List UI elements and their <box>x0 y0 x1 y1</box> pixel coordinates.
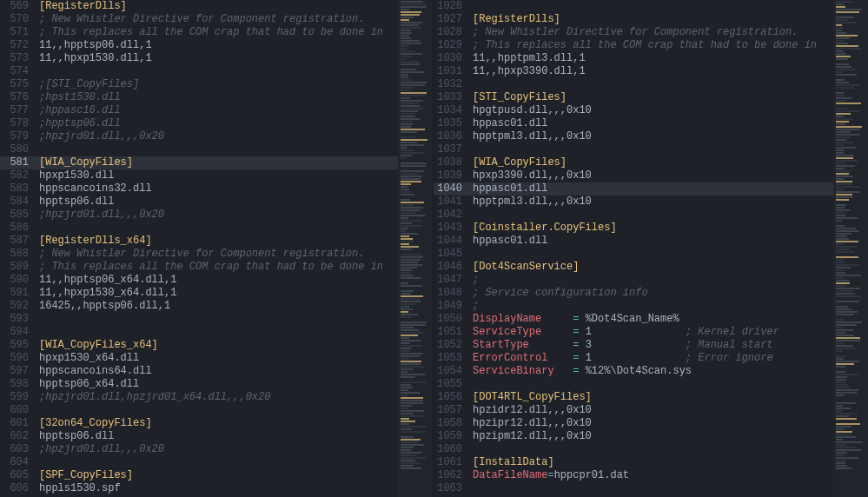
code-line[interactable]: 1055 <box>434 378 833 391</box>
code-content[interactable] <box>39 313 398 326</box>
code-line[interactable]: 597hppscancoins64.dll <box>0 365 398 378</box>
code-content[interactable]: ;hpzjrd01.dll,,,0x20 <box>39 443 398 456</box>
code-content[interactable]: [RegisterDlls_x64] <box>39 235 398 248</box>
code-line[interactable]: 1056[DOT4RTL_CopyFiles] <box>434 391 833 404</box>
code-content[interactable]: [STI_CopyFiles] <box>473 91 833 104</box>
code-content[interactable] <box>39 404 398 417</box>
code-line[interactable]: 1059hpzipm12.dll,,,0x10 <box>434 430 833 443</box>
code-line[interactable]: 579;hpzjrd01.dll,,,0x20 <box>0 130 398 143</box>
code-content[interactable]: ;hpptsp06.dll <box>39 117 398 130</box>
code-content[interactable] <box>39 222 398 235</box>
code-line[interactable]: 599;hpzjrd01.dll,hpzjrd01_x64.dll,,,0x20 <box>0 391 398 404</box>
code-content[interactable]: hpptsp06_x64.dll <box>39 378 398 391</box>
code-line[interactable]: 103011,,hpptpml3.dll,1 <box>434 52 833 65</box>
code-line[interactable]: 580 <box>0 143 398 156</box>
code-content[interactable]: ErrorControl = 1 ; Error ignore <box>473 352 833 365</box>
code-content[interactable]: 16425,,hpptsp06.dll,1 <box>39 300 398 313</box>
code-line[interactable]: 57311,,hpxp1530.dll,1 <box>0 52 398 65</box>
code-content[interactable]: ; This replaces all the COM crap that ha… <box>39 26 398 39</box>
code-line[interactable]: 1052StartType = 3 ; Manual start <box>434 339 833 352</box>
code-content[interactable]: [RegisterDlls] <box>473 13 833 26</box>
code-line[interactable]: 1041hpptpml3.dll,,,0x10 <box>434 195 833 209</box>
code-content[interactable] <box>473 209 833 222</box>
code-content[interactable] <box>39 143 398 156</box>
code-line[interactable]: 600 <box>0 404 398 417</box>
code-line[interactable]: 602hpptsp06.dll <box>0 430 398 443</box>
code-line[interactable]: 585;hpzjrd01.dll,,,0x20 <box>0 209 398 222</box>
editor-pane-left[interactable]: 569[RegisterDlls]570; New Whistler Direc… <box>0 0 434 497</box>
code-content[interactable]: ;hpzjrd01.dll,,,0x20 <box>39 209 398 222</box>
code-content[interactable]: hpptsp06.dll <box>39 195 398 209</box>
code-content[interactable]: hpgtpusd.dll,,,0x10 <box>473 104 833 117</box>
code-content[interactable]: hppasc01.dll <box>473 117 833 130</box>
code-line[interactable]: 598hpptsp06_x64.dll <box>0 378 398 391</box>
code-line[interactable]: 1053ErrorControl = 1 ; Error ignore <box>434 352 833 365</box>
code-content[interactable]: ;hpst1530.dll <box>39 91 398 104</box>
code-line[interactable]: 583hppscancoins32.dll <box>0 182 398 195</box>
code-content[interactable]: hppasc01.dll <box>473 182 833 195</box>
code-content[interactable] <box>39 326 398 339</box>
code-content[interactable]: 11,,hpxp3390.dll,1 <box>473 65 833 78</box>
code-line[interactable]: 588; New Whistler Directive for Componen… <box>0 248 398 261</box>
code-content[interactable]: ;hpzjrd01.dll,hpzjrd01_x64.dll,,,0x20 <box>39 391 398 404</box>
code-line[interactable]: 1061[InstallData] <box>434 456 833 469</box>
code-line[interactable]: 1047; <box>434 274 833 287</box>
code-content[interactable]: [DOT4RTL_CopyFiles] <box>473 391 833 404</box>
code-line[interactable]: 1038[WIA_CopyFiles] <box>434 156 833 169</box>
code-area-right[interactable]: 10261027[RegisterDlls]1028; New Whistler… <box>434 0 833 497</box>
code-content[interactable]: ; New Whistler Directive for Component r… <box>473 26 833 39</box>
code-line[interactable]: 601[32on64_CopyFiles] <box>0 417 398 430</box>
code-content[interactable] <box>473 0 833 13</box>
code-line[interactable]: 1026 <box>434 0 833 13</box>
code-line[interactable]: 1028; New Whistler Directive for Compone… <box>434 26 833 39</box>
code-content[interactable] <box>473 378 833 391</box>
code-line[interactable]: 1048; Service configuration info <box>434 287 833 300</box>
code-content[interactable]: hppls1530.spf <box>39 482 398 495</box>
code-content[interactable]: ;hpzjrd01.dll,,,0x20 <box>39 130 398 143</box>
code-content[interactable]: 11,,hpxp1530_x64.dll,1 <box>39 287 398 300</box>
code-content[interactable]: hpptsp06.dll <box>39 430 398 443</box>
code-line[interactable]: 595[WIA_CopyFiles_x64] <box>0 339 398 352</box>
code-line[interactable]: 593 <box>0 313 398 326</box>
code-content[interactable]: DisplayName = %Dot4Scan_Name% <box>473 313 833 326</box>
code-line[interactable]: 582hpxp1530.dll <box>0 169 398 182</box>
code-content[interactable]: StartType = 3 ; Manual start <box>473 339 833 352</box>
code-content[interactable]: ; <box>473 274 833 287</box>
code-line[interactable]: 1032 <box>434 78 833 91</box>
code-content[interactable]: ;[STI_CopyFiles] <box>39 78 398 91</box>
code-content[interactable]: hpxp1530.dll <box>39 169 398 182</box>
code-line[interactable]: 1062DataFileName=hppcpr01.dat <box>434 469 833 482</box>
code-area-left[interactable]: 569[RegisterDlls]570; New Whistler Direc… <box>0 0 398 497</box>
code-content[interactable]: ; <box>473 300 833 313</box>
code-line[interactable]: 1046[Dot4ScanService] <box>434 261 833 274</box>
code-content[interactable]: 11,,hpptpml3.dll,1 <box>473 52 833 65</box>
code-line[interactable]: 1040hppasc01.dll <box>434 182 833 195</box>
code-line[interactable]: 577;hppasc16.dll <box>0 104 398 117</box>
code-line[interactable]: 586 <box>0 222 398 235</box>
code-line[interactable]: 603;hpzjrd01.dll,,,0x20 <box>0 443 398 456</box>
code-line[interactable]: 581[WIA_CopyFiles] <box>0 156 398 169</box>
code-content[interactable]: ; Service configuration info <box>473 287 833 300</box>
code-line[interactable]: 606hppls1530.spf <box>0 482 398 495</box>
code-line[interactable]: 1033[STI_CopyFiles] <box>434 91 833 104</box>
code-content[interactable]: hpzipr12.dll,,,0x10 <box>473 417 833 430</box>
code-line[interactable]: 604 <box>0 456 398 469</box>
code-line[interactable]: 575;[STI_CopyFiles] <box>0 78 398 91</box>
code-content[interactable]: ; This replaces all the COM crap that ha… <box>473 39 833 52</box>
code-content[interactable]: hppscancoins64.dll <box>39 365 398 378</box>
code-content[interactable]: [InstallData] <box>473 456 833 469</box>
code-content[interactable]: ServiceType = 1 ; Kernel driver <box>473 326 833 339</box>
code-content[interactable]: [RegisterDlls] <box>39 0 398 13</box>
code-content[interactable] <box>473 443 833 456</box>
code-content[interactable]: ;hppasc16.dll <box>39 104 398 117</box>
code-content[interactable]: [SPF_CopyFiles] <box>39 469 398 482</box>
code-line[interactable]: 574 <box>0 65 398 78</box>
code-line[interactable]: 57211,,hpptsp06.dll,1 <box>0 39 398 52</box>
code-line[interactable]: 578;hpptsp06.dll <box>0 117 398 130</box>
code-content[interactable]: [Coinstaller.CopyFiles] <box>473 222 833 235</box>
code-line[interactable]: 569[RegisterDlls] <box>0 0 398 13</box>
editor-pane-right[interactable]: 10261027[RegisterDlls]1028; New Whistler… <box>434 0 868 497</box>
code-line[interactable]: 584hpptsp06.dll <box>0 195 398 209</box>
code-content[interactable] <box>39 65 398 78</box>
code-content[interactable] <box>473 78 833 91</box>
